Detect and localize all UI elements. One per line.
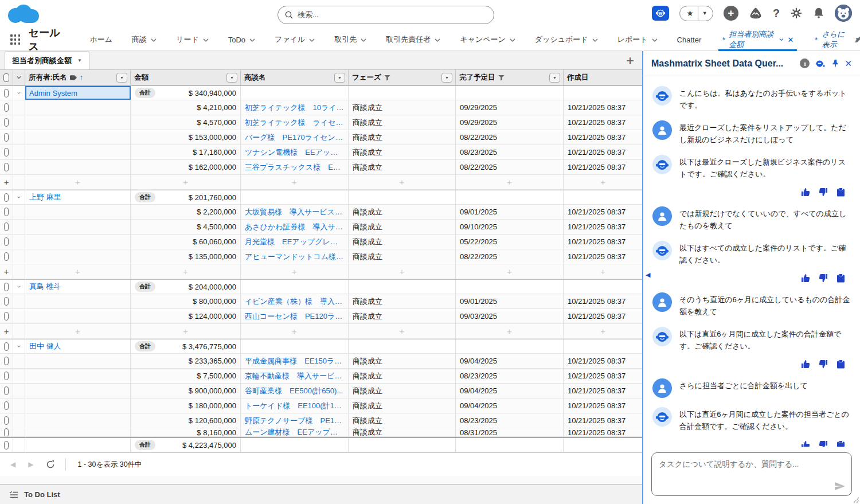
opportunity-name-cell[interactable]: ツナシン電機様 EEアップグ...: [241, 145, 349, 159]
phase-cell[interactable]: 商談成立: [349, 130, 456, 144]
amount-cell[interactable]: $ 80,000,000: [131, 294, 241, 308]
add-cell-plus-icon[interactable]: +: [400, 177, 405, 187]
add-sheet-button[interactable]: +: [626, 53, 634, 69]
opportunity-link[interactable]: 初芝ライテック様 ライセン...: [245, 118, 344, 128]
copy-clipboard-icon[interactable]: [836, 360, 845, 369]
row-checkbox[interactable]: [4, 252, 9, 261]
owner-link[interactable]: 田中 健人: [29, 341, 61, 351]
phase-cell[interactable]: 商談成立: [349, 384, 456, 398]
row-checkbox[interactable]: [4, 357, 9, 365]
amount-cell[interactable]: $ 4,570,000: [131, 115, 241, 130]
add-cell-plus-icon[interactable]: +: [600, 177, 605, 187]
copy-clipboard-icon[interactable]: [836, 440, 845, 447]
row-checkbox[interactable]: [4, 103, 9, 112]
phase-cell[interactable]: 商談成立: [349, 309, 456, 323]
add-cell-plus-icon[interactable]: +: [183, 267, 188, 276]
thumbs-down-icon[interactable]: [819, 360, 828, 369]
phase-cell[interactable]: 商談成立: [349, 413, 456, 428]
thumbs-down-icon[interactable]: [819, 440, 828, 447]
column-header-phase[interactable]: フェーズ▼: [349, 70, 456, 85]
close-date-cell[interactable]: 09/04/2025: [456, 354, 564, 368]
close-date-cell[interactable]: 09/04/2025: [456, 398, 564, 413]
thumbs-down-icon[interactable]: [819, 187, 828, 197]
created-date-cell[interactable]: 10/21/2025 08:37: [564, 294, 642, 308]
phase-cell[interactable]: 商談成立: [349, 100, 456, 115]
mashmatrix-bot-button[interactable]: [652, 6, 669, 21]
group-total-cell[interactable]: 合計$ 3,476,775,000: [131, 339, 241, 353]
setup-gear-icon[interactable]: [790, 7, 803, 19]
created-date-cell[interactable]: 10/21/2025 08:37: [564, 235, 642, 249]
opportunity-name-cell[interactable]: ムーン建材様 EEアップグレ...: [241, 428, 349, 436]
phase-cell[interactable]: 商談成立: [349, 115, 456, 130]
filter-button-amount[interactable]: ▼: [226, 73, 237, 83]
group-total-cell[interactable]: 合計$ 201,760,000: [131, 190, 241, 204]
nav-item-5[interactable]: 取引先: [334, 34, 366, 45]
user-avatar[interactable]: [835, 5, 852, 22]
notifications-bell-icon[interactable]: [813, 7, 824, 19]
opportunity-name-cell[interactable]: 初芝ライテック様 10ライセ...: [241, 100, 349, 115]
opportunity-name-cell[interactable]: アヒューマンドットコム様 ...: [241, 249, 349, 264]
column-header-amount[interactable]: 金額▼: [131, 70, 241, 85]
filter-button-close[interactable]: ▼: [549, 73, 560, 83]
add-cell-plus-icon[interactable]: +: [600, 267, 605, 276]
opportunity-link[interactable]: ムーン建材様 EEアップグレ...: [245, 428, 344, 436]
phase-cell[interactable]: 商談成立: [349, 249, 456, 264]
row-checkbox[interactable]: [4, 297, 9, 306]
collapse-group-icon[interactable]: [13, 86, 25, 100]
add-cell-plus-icon[interactable]: +: [75, 326, 80, 336]
thumbs-up-icon[interactable]: [801, 187, 810, 197]
phase-cell[interactable]: 商談成立: [349, 354, 456, 368]
row-checkbox[interactable]: [4, 148, 9, 157]
row-checkbox[interactable]: [4, 416, 9, 425]
row-checkbox[interactable]: [4, 118, 9, 127]
phase-cell[interactable]: 商談成立: [349, 160, 456, 174]
nav-item-9[interactable]: レポート: [617, 34, 658, 45]
add-cell-plus-icon[interactable]: +: [75, 267, 80, 276]
phase-cell[interactable]: 商談成立: [349, 235, 456, 249]
nav-item-7[interactable]: キャンペーン: [460, 34, 515, 45]
nav-item-3[interactable]: ToDo: [228, 36, 255, 44]
copy-clipboard-icon[interactable]: [836, 274, 845, 283]
amount-cell[interactable]: $ 900,000,000: [131, 384, 241, 398]
close-date-cell[interactable]: 09/29/2025: [456, 100, 564, 115]
favorite-star-icon[interactable]: ★: [680, 9, 698, 18]
row-checkbox[interactable]: [4, 342, 9, 351]
collapse-group-icon[interactable]: [13, 339, 25, 353]
add-cell-plus-icon[interactable]: +: [292, 267, 297, 276]
column-header-owner[interactable]: 所有者:氏名 ↑ ▼: [25, 70, 131, 85]
close-date-cell[interactable]: 09/03/2025: [456, 309, 564, 323]
created-date-cell[interactable]: 10/21/2025 08:37: [564, 249, 642, 264]
phase-cell[interactable]: 商談成立: [349, 145, 456, 159]
owner-cell[interactable]: 真島 椎斗: [25, 280, 131, 294]
phase-cell[interactable]: 商談成立: [349, 428, 456, 436]
close-date-cell[interactable]: 08/23/2025: [456, 145, 564, 159]
opportunity-link[interactable]: ツナシン電機様 EEアップグ...: [245, 147, 344, 158]
created-date-cell[interactable]: 10/21/2025 08:37: [564, 398, 642, 413]
opportunity-name-cell[interactable]: 谷町産業様 EE500(計650)...: [241, 384, 349, 398]
todo-list-bar[interactable]: To Do List: [0, 485, 642, 504]
opportunity-name-cell[interactable]: あさひかわ証券様 導入サー...: [241, 220, 349, 234]
amount-cell[interactable]: $ 162,000,000: [131, 160, 241, 174]
favorites-dropdown-icon[interactable]: ▼: [698, 10, 713, 16]
global-search-input[interactable]: 検索...: [277, 6, 494, 24]
opportunity-link[interactable]: バーグ様 PE170ライセンス...: [245, 132, 344, 143]
help-button[interactable]: ?: [773, 7, 780, 20]
filter-button-phase[interactable]: ▼: [441, 73, 452, 83]
phase-cell[interactable]: 商談成立: [349, 294, 456, 308]
row-checkbox[interactable]: [4, 193, 9, 202]
nav-item-1[interactable]: 商談: [132, 34, 157, 45]
owner-link[interactable]: 上野 麻里: [29, 192, 61, 202]
opportunity-name-cell[interactable]: 初芝ライテック様 ライセン...: [241, 115, 349, 130]
row-checkbox[interactable]: [4, 441, 9, 450]
created-date-cell[interactable]: 10/21/2025 08:37: [564, 309, 642, 323]
thumbs-up-icon[interactable]: [801, 440, 810, 447]
nav-item-8[interactable]: ダッシュボード: [535, 34, 598, 45]
nav-item-6[interactable]: 取引先責任者: [386, 34, 440, 45]
amount-cell[interactable]: $ 180,000,000: [131, 398, 241, 413]
amount-cell[interactable]: $ 135,000,000: [131, 249, 241, 264]
row-checkbox[interactable]: [4, 222, 9, 231]
add-record-button[interactable]: +: [4, 177, 9, 187]
add-cell-plus-icon[interactable]: +: [400, 326, 405, 336]
created-date-cell[interactable]: 10/21/2025 08:37: [564, 413, 642, 428]
opportunity-link[interactable]: あさひかわ証券様 導入サー...: [245, 222, 344, 232]
